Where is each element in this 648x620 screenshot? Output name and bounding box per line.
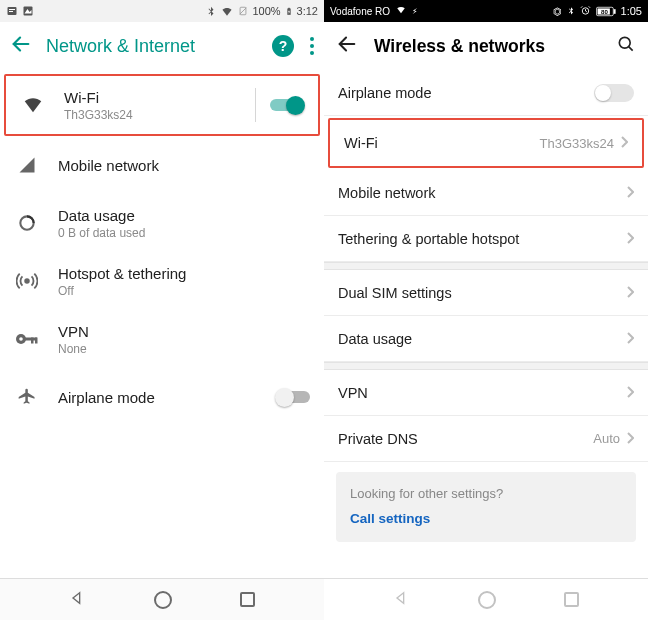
row-label: Private DNS xyxy=(338,431,593,447)
row-hotspot[interactable]: Hotspot & tethering Off xyxy=(0,252,324,310)
notification-icon xyxy=(22,5,34,17)
row-label: Wi-Fi xyxy=(64,89,237,106)
airplane-icon xyxy=(14,387,40,407)
row-label: Airplane mode xyxy=(338,85,594,101)
screen-left: 100% 3:12 Network & Internet ? Wi-Fi xyxy=(0,0,324,620)
notification-icon xyxy=(6,5,18,17)
svg-point-10 xyxy=(25,279,29,283)
bluetooth-icon xyxy=(567,5,575,18)
row-label: VPN xyxy=(338,385,626,401)
bluetooth-icon xyxy=(206,5,216,17)
promo-card: Looking for other settings? Call setting… xyxy=(336,472,636,542)
row-airplane-mode[interactable]: Airplane mode xyxy=(0,368,324,426)
chevron-right-icon xyxy=(626,430,634,448)
row-dual-sim[interactable]: Dual SIM settings xyxy=(324,270,648,316)
row-mobile-network[interactable]: Mobile network xyxy=(324,170,648,216)
airplane-toggle[interactable] xyxy=(276,388,310,406)
chevron-right-icon xyxy=(626,284,634,302)
row-label: Dual SIM settings xyxy=(338,285,626,301)
no-sim-icon xyxy=(238,5,248,17)
row-label: Mobile network xyxy=(338,185,626,201)
nav-back-button[interactable] xyxy=(393,590,409,610)
row-subtext: None xyxy=(58,342,310,356)
row-subtext: Th3G33ks24 xyxy=(64,108,237,122)
row-data-usage[interactable]: Data usage xyxy=(324,316,648,362)
row-wifi[interactable]: Wi-Fi Th3G33ks24 xyxy=(6,76,318,134)
airplane-toggle[interactable] xyxy=(594,84,634,102)
group-divider xyxy=(324,262,648,270)
chevron-right-icon xyxy=(626,184,634,202)
row-label: Wi-Fi xyxy=(344,135,540,151)
row-value: Th3G33ks24 xyxy=(540,136,614,151)
row-label: VPN xyxy=(58,323,310,340)
svg-rect-2 xyxy=(9,11,13,12)
nfc-icon: ⏣ xyxy=(553,6,562,17)
wifi-icon xyxy=(220,6,234,17)
overflow-menu-button[interactable] xyxy=(310,37,314,55)
nav-recents-button[interactable] xyxy=(564,592,579,607)
help-button[interactable]: ? xyxy=(272,35,294,57)
promo-question: Looking for other settings? xyxy=(350,486,622,501)
battery-icon: 80 xyxy=(596,6,616,17)
clock-text: 1:05 xyxy=(621,5,642,17)
row-label: Mobile network xyxy=(58,157,310,174)
battery-icon xyxy=(285,5,293,18)
back-button[interactable] xyxy=(10,33,32,59)
chevron-right-icon xyxy=(626,230,634,248)
signal-icon xyxy=(14,155,40,175)
svg-text:80: 80 xyxy=(601,7,608,14)
svg-rect-7 xyxy=(288,7,290,8)
volte-icon: ⚡︎ xyxy=(412,7,418,16)
row-data-usage[interactable]: Data usage 0 B of data used xyxy=(0,194,324,252)
svg-point-15 xyxy=(19,337,23,341)
row-private-dns[interactable]: Private DNS Auto xyxy=(324,416,648,462)
battery-percent: 100% xyxy=(252,5,280,17)
nav-home-button[interactable] xyxy=(154,591,172,609)
row-label: Data usage xyxy=(58,207,310,224)
vpn-key-icon xyxy=(14,332,40,346)
status-bar: 100% 3:12 xyxy=(0,0,324,22)
row-label: Data usage xyxy=(338,331,626,347)
svg-point-22 xyxy=(619,37,630,48)
row-subtext: 0 B of data used xyxy=(58,226,310,240)
alarm-icon xyxy=(580,5,591,18)
app-bar: Network & Internet ? xyxy=(0,22,324,70)
nav-back-button[interactable] xyxy=(69,590,85,610)
row-tethering[interactable]: Tethering & portable hotspot xyxy=(324,216,648,262)
wifi-icon xyxy=(395,5,407,17)
nav-home-button[interactable] xyxy=(478,591,496,609)
svg-rect-19 xyxy=(613,9,615,14)
navigation-bar xyxy=(0,578,324,620)
svg-line-23 xyxy=(629,47,633,51)
row-vpn[interactable]: VPN None xyxy=(0,310,324,368)
svg-line-5 xyxy=(240,8,247,15)
status-bar: Vodafone RO ⚡︎ ⏣ 80 1:05 xyxy=(324,0,648,22)
row-subtext: Off xyxy=(58,284,310,298)
back-button[interactable] xyxy=(336,33,358,59)
row-wifi[interactable]: Wi-Fi Th3G33ks24 xyxy=(330,120,642,166)
settings-list: Wi-Fi Th3G33ks24 Mobile network Data usa… xyxy=(0,70,324,578)
chevron-right-icon xyxy=(626,330,634,348)
nav-recents-button[interactable] xyxy=(240,592,255,607)
row-mobile-network[interactable]: Mobile network xyxy=(0,136,324,194)
page-title: Network & Internet xyxy=(46,36,258,57)
row-vpn[interactable]: VPN xyxy=(324,370,648,416)
chevron-right-icon xyxy=(620,134,628,152)
promo-link-call-settings[interactable]: Call settings xyxy=(350,511,622,526)
group-divider xyxy=(324,362,648,370)
hotspot-icon xyxy=(14,270,40,292)
carrier-name: Vodafone RO xyxy=(330,6,390,17)
search-button[interactable] xyxy=(616,34,636,58)
wifi-toggle[interactable] xyxy=(270,96,304,114)
svg-rect-13 xyxy=(31,338,34,344)
data-usage-icon xyxy=(14,213,40,233)
wifi-icon xyxy=(20,94,46,116)
svg-rect-14 xyxy=(35,338,38,344)
row-label: Hotspot & tethering xyxy=(58,265,310,282)
row-value: Auto xyxy=(593,431,620,446)
highlight-wifi: Wi-Fi Th3G33ks24 xyxy=(4,74,320,136)
svg-rect-1 xyxy=(9,9,15,10)
navigation-bar xyxy=(324,578,648,620)
row-airplane-mode[interactable]: Airplane mode xyxy=(324,70,648,116)
settings-list: Airplane mode Wi-Fi Th3G33ks24 Mobile ne… xyxy=(324,70,648,578)
